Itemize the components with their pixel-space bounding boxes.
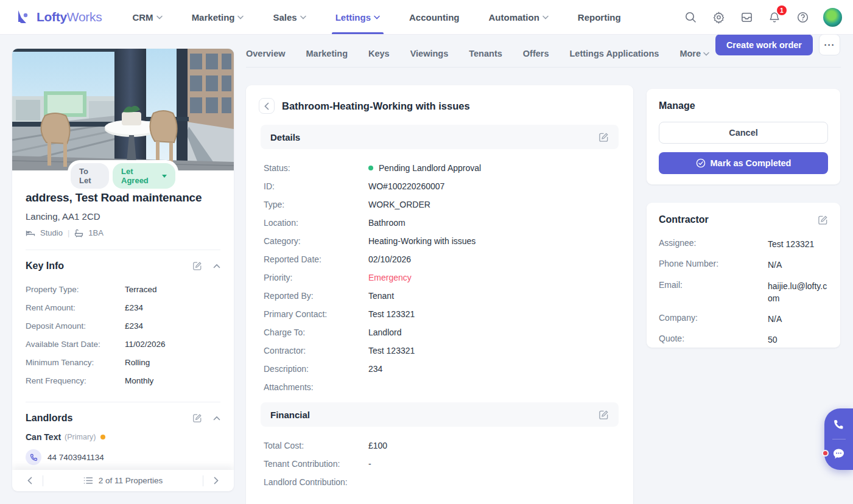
previous-property-button[interactable] xyxy=(21,474,39,488)
main-nav: CRM Marketing Sales Lettings Accounting … xyxy=(118,0,635,34)
settings-gear-icon[interactable] xyxy=(711,10,726,24)
nav-item-sales[interactable]: Sales xyxy=(258,0,320,34)
detail-row-location: Location:Bathroom xyxy=(264,214,619,232)
phone-icon xyxy=(26,449,41,465)
landlord-name-row[interactable]: Can Text (Primary) xyxy=(26,432,220,442)
detail-row-type: Type:WORK_ORDER xyxy=(264,195,619,214)
edit-details-icon[interactable] xyxy=(599,132,609,142)
cancel-button[interactable]: Cancel xyxy=(659,122,828,144)
edit-icon[interactable] xyxy=(192,413,202,423)
call-button[interactable] xyxy=(833,419,844,430)
chevron-down-icon xyxy=(542,15,549,19)
contractor-rows: Assignee:Test 123321 Phone Number:N/A Em… xyxy=(659,234,828,351)
nav-item-marketing[interactable]: Marketing xyxy=(177,0,259,34)
create-work-order-button[interactable]: Create work order xyxy=(715,34,813,55)
notification-count-badge: 1 xyxy=(777,5,787,15)
landlord-phone-row[interactable]: 44 7403941134 xyxy=(26,449,220,465)
edit-financial-icon[interactable] xyxy=(599,410,609,420)
nav-item-crm[interactable]: CRM xyxy=(118,0,177,34)
mark-as-completed-button[interactable]: Mark as Completed xyxy=(659,152,828,174)
bed-icon xyxy=(26,229,35,237)
chevron-down-icon xyxy=(300,15,306,19)
details-rows: Status: Pending Landlord Approval ID:WO#… xyxy=(246,149,633,402)
notifications-bell-icon[interactable]: 1 xyxy=(767,10,782,24)
tabs-actions: Create work order ··· xyxy=(715,34,840,55)
chevron-down-icon xyxy=(237,15,244,19)
contractor-row-phone: Phone Number:N/A xyxy=(659,254,828,275)
inbox-icon[interactable] xyxy=(739,10,754,24)
tab-tenants[interactable]: Tenants xyxy=(469,49,502,58)
property-address: Lancing, AA1 2CD xyxy=(26,211,220,222)
more-options-button[interactable]: ··· xyxy=(819,34,840,55)
property-photo-image xyxy=(12,49,234,170)
bath-icon xyxy=(74,229,83,237)
tab-more[interactable]: More xyxy=(679,49,709,58)
key-info-title: Key Info xyxy=(26,261,64,271)
phone-icon xyxy=(833,419,844,430)
property-meta: Studio | 1BA xyxy=(26,228,220,237)
property-tabs-bar: Overview Marketing Keys Viewings Tenants… xyxy=(246,40,841,68)
tab-lettings-applications[interactable]: Lettings Applications xyxy=(570,49,659,58)
chevron-down-icon xyxy=(374,15,380,19)
baths-value: 1BA xyxy=(88,228,104,237)
next-property-button[interactable] xyxy=(207,474,225,488)
tab-marketing[interactable]: Marketing xyxy=(306,49,348,58)
nav-item-automation[interactable]: Automation xyxy=(474,0,563,34)
key-info-row: Rent Amount:£234 xyxy=(26,298,220,317)
priority-value: Emergency xyxy=(368,273,412,282)
nav-item-accounting[interactable]: Accounting xyxy=(395,0,474,34)
financial-row-total-cost: Total Cost:£100 xyxy=(264,436,619,455)
key-info-row: Rent Frequency:Monthly xyxy=(26,371,220,390)
loftyworks-logo[interactable]: LoftyWorks xyxy=(0,0,118,34)
user-avatar[interactable] xyxy=(823,8,842,27)
to-let-badge[interactable]: To Let xyxy=(71,163,109,189)
property-pagination: 2 of 11 Properties xyxy=(12,470,234,491)
contractor-row-company: Company:N/A xyxy=(659,309,828,329)
key-info-row: Available Start Date:11/02/2026 xyxy=(26,335,220,353)
loftyworks-logo-icon xyxy=(15,9,32,26)
collapse-chevron-icon[interactable] xyxy=(213,264,220,268)
detail-row-status: Status: Pending Landlord Approval xyxy=(264,159,619,177)
landlords-title: Landlords xyxy=(26,413,72,424)
landlord-phone: 44 7403941134 xyxy=(47,453,104,462)
key-info-header: Key Info xyxy=(26,261,220,271)
key-info-row: Property Type:Terraced xyxy=(26,280,220,298)
let-agreed-badge[interactable]: Let Agreed xyxy=(113,163,175,189)
detail-row-primary-contact: Primary Contact:Test 123321 xyxy=(264,305,619,323)
detail-row-contractor: Contractor:Test 123321 xyxy=(264,341,619,360)
back-button[interactable] xyxy=(259,98,275,114)
nav-item-reporting[interactable]: Reporting xyxy=(563,0,636,34)
search-icon[interactable] xyxy=(683,10,698,24)
status-dot xyxy=(368,166,373,170)
detail-row-description: Description:234 xyxy=(264,360,619,378)
property-title: address, Test Road maintenance xyxy=(26,191,220,205)
chevron-down-icon xyxy=(156,15,163,19)
tab-overview[interactable]: Overview xyxy=(246,49,286,58)
work-order-card: Bathroom-Heating-Working with issues Det… xyxy=(246,85,633,504)
tab-viewings[interactable]: Viewings xyxy=(410,49,449,58)
property-counter[interactable]: 2 of 11 Properties xyxy=(47,476,199,485)
detail-row-id: ID:WO#100220260007 xyxy=(264,177,619,195)
tab-offers[interactable]: Offers xyxy=(523,49,549,58)
contractor-title: Contractor xyxy=(659,214,709,225)
key-info-rows: Property Type:Terraced Rent Amount:£234 … xyxy=(26,280,220,390)
collapse-chevron-icon[interactable] xyxy=(213,416,220,421)
chat-alert-dot xyxy=(822,450,829,457)
top-navigation-bar: LoftyWorks CRM Marketing Sales Lettings … xyxy=(0,0,853,35)
key-info-row: Deposit Amount:£234 xyxy=(26,317,220,335)
edit-icon[interactable] xyxy=(192,261,202,271)
detail-row-reported-date: Reported Date:02/10/2026 xyxy=(264,250,619,268)
detail-row-category: Category:Heating-Working with issues xyxy=(264,232,619,250)
details-section-header: Details xyxy=(261,125,619,149)
financial-row-tenant-contribution: Tenant Contribution:- xyxy=(264,455,619,473)
beds-value: Studio xyxy=(40,228,63,237)
nav-item-lettings[interactable]: Lettings xyxy=(321,0,395,34)
tab-keys[interactable]: Keys xyxy=(368,49,390,58)
help-icon[interactable] xyxy=(795,10,810,24)
edit-contractor-icon[interactable] xyxy=(818,215,828,225)
detail-row-priority: Priority:Emergency xyxy=(264,268,619,287)
property-photo[interactable] xyxy=(12,49,234,170)
chat-button[interactable] xyxy=(832,448,845,460)
landlord-name: Can Text xyxy=(26,432,61,442)
status-badge-group: To Let Let Agreed xyxy=(68,160,178,192)
